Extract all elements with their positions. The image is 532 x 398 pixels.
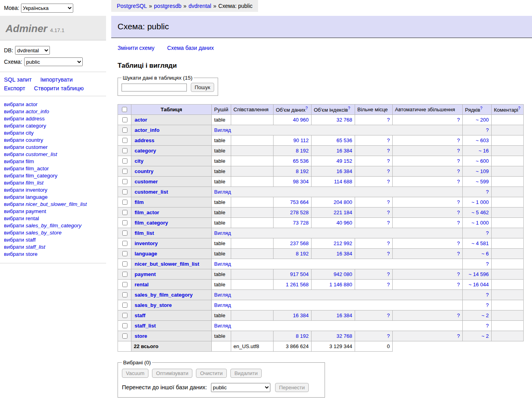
free-size-cell-link[interactable]: ?	[387, 333, 390, 339]
schema-select[interactable]: public	[24, 57, 83, 66]
index-size-cell-link[interactable]: 16 384	[336, 251, 352, 257]
rows-count-link[interactable]: ~ 16 044	[469, 282, 489, 288]
index-size-cell-link[interactable]: 32 768	[336, 333, 352, 339]
table-name-link[interactable]: film	[135, 199, 144, 205]
select-table-link[interactable]: вибрати country	[4, 137, 43, 143]
table-name-link[interactable]: inventory	[135, 240, 158, 246]
index-size-cell-link[interactable]: 16 384	[336, 312, 352, 318]
select-table-link[interactable]: вибрати language	[4, 194, 48, 200]
row-checkbox[interactable]	[122, 313, 127, 318]
auto-increment-cell-link[interactable]: ?	[457, 179, 460, 185]
rows-count-link[interactable]: ?	[486, 292, 489, 298]
rows-count-link[interactable]: ?	[486, 127, 489, 133]
table-name-link[interactable]: customer	[135, 179, 158, 185]
rows-count-link[interactable]: ~ 5 462	[471, 209, 489, 215]
row-checkbox[interactable]	[122, 333, 127, 339]
free-size-cell-link[interactable]: ?	[387, 282, 390, 288]
index-size-cell-link[interactable]: 212 992	[334, 240, 352, 246]
free-size-cell-link[interactable]: ?	[387, 158, 390, 164]
view-link[interactable]: Вигляд	[214, 323, 231, 329]
data-size-cell-link[interactable]: 237 568	[290, 240, 309, 246]
select-table-link[interactable]: вибрати city	[4, 130, 34, 136]
table-name-link[interactable]: actor_info	[135, 127, 160, 133]
data-size-cell-link[interactable]: 73 728	[293, 220, 309, 226]
auto-increment-cell-link[interactable]: ?	[457, 271, 460, 277]
select-table-link[interactable]: вибрати store	[4, 251, 38, 257]
select-table-link[interactable]: вибрати category	[4, 123, 46, 129]
index-size-cell-link[interactable]: 1 146 880	[329, 282, 352, 288]
table-name-link[interactable]: language	[135, 251, 157, 257]
row-checkbox[interactable]	[122, 200, 127, 205]
row-checkbox[interactable]	[122, 251, 127, 256]
index-size-cell-link[interactable]: 16 384	[336, 168, 352, 174]
breadcrumb-db-link[interactable]: postgresdb	[154, 3, 181, 9]
db-select[interactable]: dvdrental	[15, 46, 50, 55]
select-table-link[interactable]: вибрати nicer_but_slower_film_list	[4, 201, 87, 207]
breadcrumb-database-link[interactable]: dvdrental	[188, 3, 211, 9]
rows-count-link[interactable]: ~ 14 596	[469, 271, 489, 277]
rows-count-link[interactable]: ~ 600	[476, 158, 489, 164]
row-checkbox[interactable]	[122, 303, 127, 308]
view-link[interactable]: Вигляд	[214, 230, 231, 236]
free-size-cell-link[interactable]: ?	[387, 137, 390, 143]
language-select[interactable]: Українська	[21, 4, 73, 13]
export-link[interactable]: Експорт	[4, 85, 25, 91]
optimize-button[interactable]: Оптимізувати	[152, 369, 192, 378]
index-size-cell-link[interactable]: 204 800	[334, 199, 352, 205]
data-size-cell-link[interactable]: 16 384	[293, 312, 309, 318]
auto-increment-cell-link[interactable]: ?	[457, 282, 460, 288]
table-name-link[interactable]: country	[135, 168, 154, 174]
auto-increment-cell-link[interactable]: ?	[457, 137, 460, 143]
data-size-cell-link[interactable]: 1 261 568	[286, 282, 309, 288]
select-table-link[interactable]: вибрати sales_by_store	[4, 230, 61, 236]
rows-count-link[interactable]: ?	[486, 261, 489, 267]
free-size-cell-link[interactable]: ?	[387, 148, 390, 154]
table-name-link[interactable]: sales_by_store	[135, 302, 172, 308]
import-link[interactable]: Імпортувати	[40, 76, 73, 83]
free-size-cell-link[interactable]: ?	[387, 117, 390, 123]
rows-count-link[interactable]: ~ 200	[476, 117, 489, 123]
free-size-cell-link[interactable]: ?	[387, 220, 390, 226]
row-checkbox[interactable]	[122, 261, 127, 267]
move-button[interactable]: Перенести	[275, 383, 309, 392]
table-name-link[interactable]: city	[135, 158, 143, 164]
index-size-cell-link[interactable]: 16 384	[336, 148, 352, 154]
create-table-link[interactable]: Створити таблицю	[34, 85, 84, 91]
rows-count-link[interactable]: ?	[486, 189, 489, 195]
free-size-cell-link[interactable]: ?	[387, 312, 390, 318]
select-table-link[interactable]: вибрати staff_list	[4, 244, 45, 250]
rows-count-link[interactable]: ?	[486, 302, 489, 308]
data-size-cell-link[interactable]: 90 112	[293, 137, 309, 143]
index-size-cell-link[interactable]: 40 960	[336, 220, 352, 226]
table-name-link[interactable]: staff_list	[135, 323, 156, 329]
auto-increment-cell-link[interactable]: ?	[457, 148, 460, 154]
search-input[interactable]	[122, 84, 187, 91]
table-name-link[interactable]: payment	[135, 271, 156, 277]
select-table-link[interactable]: вибрати film_list	[4, 180, 44, 186]
select-table-link[interactable]: вибрати payment	[4, 208, 46, 214]
view-link[interactable]: Вигляд	[214, 189, 231, 195]
row-checkbox[interactable]	[122, 241, 127, 246]
index-size-cell-link[interactable]: 221 184	[334, 209, 352, 215]
search-button[interactable]: Пошук	[191, 83, 214, 92]
table-name-link[interactable]: nicer_but_slower_film_list	[135, 261, 199, 267]
rows-count-link[interactable]: ~ 4 581	[471, 240, 489, 246]
view-link[interactable]: Вигляд	[214, 292, 231, 298]
select-table-link[interactable]: вибрати actor_info	[4, 109, 49, 114]
table-name-link[interactable]: staff	[135, 312, 145, 318]
hint-link[interactable]: ?	[480, 106, 483, 110]
row-checkbox[interactable]	[122, 148, 127, 153]
row-checkbox[interactable]	[122, 282, 127, 287]
rows-count-link[interactable]: ~ 599	[476, 179, 489, 185]
rows-count-link[interactable]: ~ 16	[479, 148, 489, 154]
row-checkbox[interactable]	[122, 179, 127, 184]
select-table-link[interactable]: вибрати sales_by_film_category	[4, 223, 82, 229]
table-name-link[interactable]: store	[135, 333, 147, 339]
auto-increment-cell-link[interactable]: ?	[457, 199, 460, 205]
select-table-link[interactable]: вибрати inventory	[4, 187, 47, 193]
row-checkbox[interactable]	[122, 169, 127, 174]
table-name-link[interactable]: category	[135, 148, 156, 154]
rows-count-link[interactable]: ~ 1 000	[471, 220, 489, 226]
row-checkbox[interactable]	[122, 323, 127, 328]
auto-increment-cell-link[interactable]: ?	[457, 240, 460, 246]
